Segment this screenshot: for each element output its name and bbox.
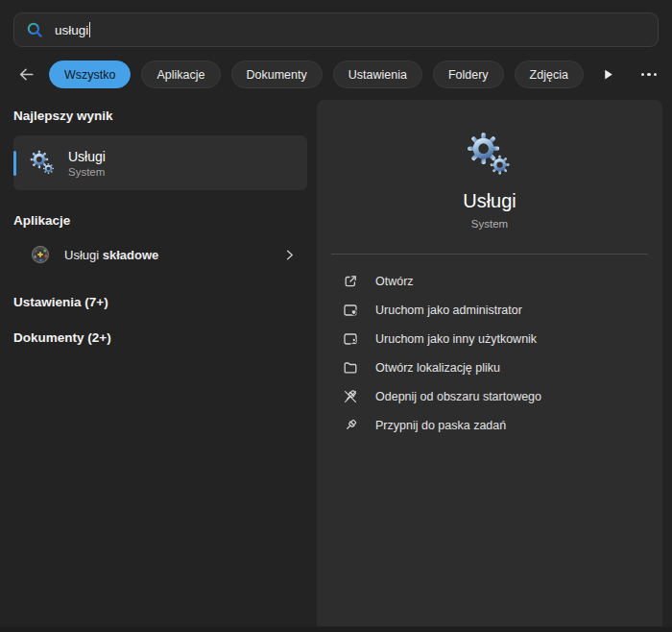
search-query-text: usługi — [55, 23, 88, 37]
tab-foldery[interactable]: Foldery — [433, 61, 504, 88]
tab-ustawienia[interactable]: Ustawienia — [333, 61, 422, 88]
windows-search-panel: usługi Wszystko Aplikacje Dokumenty Usta… — [0, 0, 672, 632]
action-label: Odepnij od obszaru startowego — [375, 390, 541, 403]
settings-section-header[interactable]: Ustawienia (7+) — [13, 295, 307, 309]
best-match-subtitle: System — [68, 166, 106, 178]
unpin-icon — [342, 389, 358, 405]
action-label: Przypnij do paska zadań — [375, 419, 506, 432]
action-open[interactable]: Otwórz — [317, 267, 662, 296]
text-caret — [89, 22, 90, 37]
apps-section-header: Aplikacje — [13, 213, 307, 228]
action-label: Uruchom jako administrator — [375, 304, 522, 317]
services-gears-icon — [30, 150, 56, 176]
search-icon — [26, 21, 44, 39]
arrow-left-icon — [17, 65, 36, 84]
component-services-icon — [30, 244, 51, 265]
pin-icon — [342, 418, 358, 434]
results-list: Najlepszy wynik Usługi System Aplikacje — [13, 100, 307, 345]
action-unpin-from-start[interactable]: Odepnij od obszaru startowego — [317, 382, 662, 411]
overflow-menu-button[interactable] — [639, 69, 660, 81]
run-as-admin-icon — [342, 303, 358, 319]
best-match-text: Usługi System — [68, 149, 106, 178]
ellipsis-icon — [641, 73, 645, 77]
tab-dokumenty[interactable]: Dokumenty — [231, 61, 323, 88]
preview-panel: Usługi System Otwórz — [317, 100, 662, 626]
filter-bar: Wszystko Aplikacje Dokumenty Ustawienia … — [13, 60, 659, 89]
action-label: Otwórz — [375, 275, 414, 288]
best-match-title: Usługi — [68, 149, 106, 164]
action-open-file-location[interactable]: Otwórz lokalizację pliku — [317, 353, 662, 382]
folder-icon — [342, 360, 358, 377]
action-label: Uruchom jako inny użytkownik — [375, 332, 537, 346]
window-bottom-edge — [0, 627, 672, 632]
action-pin-to-taskbar[interactable]: Przypnij do paska zadań — [317, 411, 662, 440]
action-label: Otwórz lokalizację pliku — [375, 361, 500, 375]
tab-zdjecia[interactable]: Zdjęcia — [515, 61, 584, 88]
tab-aplikacje[interactable]: Aplikacje — [141, 61, 220, 88]
preview-subtitle: System — [471, 218, 508, 230]
app-item-uslugi-skladowe[interactable]: Usługi składowe — [13, 235, 307, 274]
services-gears-large-icon — [467, 132, 513, 178]
more-filters-button[interactable] — [598, 64, 618, 85]
best-match-header: Najlepszy wynik — [13, 109, 307, 123]
app-item-label: Usługi składowe — [64, 248, 158, 262]
chevron-right-icon — [283, 249, 296, 261]
divider — [331, 254, 648, 255]
action-run-as-admin[interactable]: Uruchom jako administrator — [317, 296, 662, 325]
open-external-icon — [342, 274, 358, 290]
action-run-as-other-user[interactable]: Uruchom jako inny użytkownik — [317, 325, 662, 353]
search-input[interactable]: usługi — [13, 12, 659, 47]
play-triangle-icon — [602, 68, 614, 81]
run-as-other-user-icon — [342, 331, 358, 348]
best-match-item-uslugi[interactable]: Usługi System — [13, 135, 307, 190]
documents-section-header[interactable]: Dokumenty (2+) — [13, 330, 307, 345]
back-button[interactable] — [13, 62, 38, 87]
selection-accent-bar — [13, 151, 16, 176]
action-list: Otwórz Uruchom jako administrator — [317, 267, 662, 440]
tab-wszystko[interactable]: Wszystko — [49, 61, 131, 88]
preview-title: Usługi — [463, 190, 516, 212]
